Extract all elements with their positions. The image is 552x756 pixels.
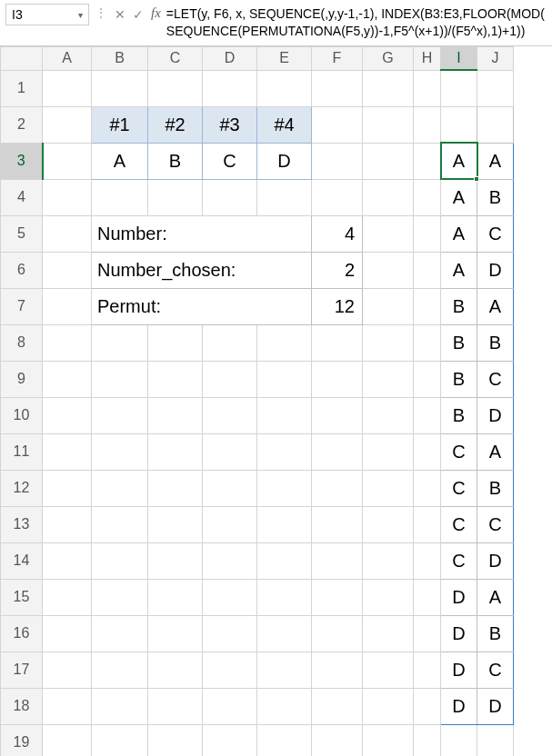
cell[interactable] xyxy=(312,433,363,470)
cell[interactable]: D xyxy=(477,688,514,724)
cell[interactable] xyxy=(203,433,257,470)
header-4[interactable]: #4 xyxy=(257,106,312,143)
cell[interactable] xyxy=(203,652,257,688)
cell[interactable] xyxy=(363,615,414,652)
cell[interactable] xyxy=(414,688,441,724)
row-header-16[interactable]: 16 xyxy=(1,615,43,652)
permut-value[interactable]: 12 xyxy=(312,288,363,324)
cell[interactable] xyxy=(43,252,92,288)
cell[interactable] xyxy=(414,579,441,615)
cell[interactable] xyxy=(148,470,203,506)
formula-input[interactable]: =LET(y, F6, x, SEQUENCE(,y,y-1,-1), INDE… xyxy=(166,2,552,44)
cell[interactable] xyxy=(148,70,203,106)
item-1[interactable]: A xyxy=(92,143,148,179)
cell[interactable] xyxy=(312,615,363,652)
cell[interactable] xyxy=(363,724,414,756)
fill-handle[interactable] xyxy=(474,176,479,182)
cell[interactable] xyxy=(92,579,148,615)
col-header-C[interactable]: C xyxy=(148,46,203,70)
cell[interactable] xyxy=(257,542,312,579)
cell[interactable] xyxy=(477,106,514,143)
cell[interactable] xyxy=(414,252,441,288)
cell[interactable] xyxy=(414,215,441,252)
cell[interactable] xyxy=(414,70,441,106)
cell[interactable] xyxy=(43,470,92,506)
cell[interactable] xyxy=(43,506,92,542)
cell[interactable] xyxy=(257,70,312,106)
cell[interactable] xyxy=(92,506,148,542)
cell[interactable] xyxy=(43,615,92,652)
cell[interactable] xyxy=(43,397,92,433)
row-header-12[interactable]: 12 xyxy=(1,470,43,506)
cell[interactable] xyxy=(203,615,257,652)
item-4[interactable]: D xyxy=(257,143,312,179)
cell[interactable] xyxy=(43,106,92,143)
permut-label[interactable]: Permut: xyxy=(92,288,312,324)
cell[interactable] xyxy=(148,433,203,470)
col-header-D[interactable]: D xyxy=(203,46,257,70)
cell[interactable] xyxy=(363,106,414,143)
cell[interactable] xyxy=(257,397,312,433)
item-2[interactable]: B xyxy=(148,143,203,179)
cell[interactable] xyxy=(312,324,363,361)
cell[interactable] xyxy=(414,470,441,506)
cell[interactable] xyxy=(43,143,92,179)
cell[interactable] xyxy=(414,506,441,542)
cell[interactable] xyxy=(257,470,312,506)
col-header-F[interactable]: F xyxy=(312,46,363,70)
cell[interactable]: B xyxy=(477,179,514,215)
cell[interactable] xyxy=(363,70,414,106)
cell[interactable] xyxy=(148,724,203,756)
cell[interactable] xyxy=(414,433,441,470)
row-header-14[interactable]: 14 xyxy=(1,542,43,579)
cell[interactable] xyxy=(363,397,414,433)
cell[interactable] xyxy=(363,143,414,179)
cancel-icon[interactable]: ✕ xyxy=(111,4,129,25)
cell[interactable] xyxy=(92,70,148,106)
cell[interactable] xyxy=(148,324,203,361)
cell[interactable]: B xyxy=(441,324,477,361)
cell[interactable] xyxy=(43,579,92,615)
cell[interactable] xyxy=(363,470,414,506)
cell[interactable] xyxy=(203,324,257,361)
col-header-A[interactable]: A xyxy=(43,46,92,70)
cell[interactable] xyxy=(203,688,257,724)
cell[interactable]: B xyxy=(441,288,477,324)
row-header-4[interactable]: 4 xyxy=(1,179,43,215)
cell[interactable] xyxy=(43,652,92,688)
cell[interactable] xyxy=(43,70,92,106)
cell[interactable] xyxy=(92,397,148,433)
cell[interactable]: C xyxy=(441,542,477,579)
cell[interactable] xyxy=(257,324,312,361)
cell[interactable] xyxy=(257,179,312,215)
cell[interactable] xyxy=(312,652,363,688)
cell[interactable] xyxy=(148,361,203,397)
cell[interactable] xyxy=(414,615,441,652)
cell[interactable] xyxy=(92,688,148,724)
cell[interactable] xyxy=(414,397,441,433)
cell[interactable] xyxy=(363,215,414,252)
cell[interactable]: A xyxy=(477,288,514,324)
cell[interactable] xyxy=(203,70,257,106)
cell[interactable] xyxy=(92,652,148,688)
cell[interactable] xyxy=(257,724,312,756)
cell[interactable] xyxy=(203,506,257,542)
chevron-down-icon[interactable]: ▾ xyxy=(78,10,83,20)
row-header-17[interactable]: 17 xyxy=(1,652,43,688)
row-header-3[interactable]: 3 xyxy=(1,143,43,179)
cell[interactable] xyxy=(312,688,363,724)
cell[interactable] xyxy=(363,324,414,361)
cell[interactable]: B xyxy=(477,470,514,506)
row-header-10[interactable]: 10 xyxy=(1,397,43,433)
cell[interactable]: B xyxy=(477,324,514,361)
cell[interactable] xyxy=(43,288,92,324)
cell[interactable]: C xyxy=(477,215,514,252)
cell[interactable] xyxy=(203,397,257,433)
cell[interactable] xyxy=(203,542,257,579)
row-header-11[interactable]: 11 xyxy=(1,433,43,470)
cell[interactable]: D xyxy=(477,397,514,433)
header-1[interactable]: #1 xyxy=(92,106,148,143)
cell[interactable]: D xyxy=(441,688,477,724)
cell[interactable] xyxy=(363,542,414,579)
col-header-B[interactable]: B xyxy=(92,46,148,70)
